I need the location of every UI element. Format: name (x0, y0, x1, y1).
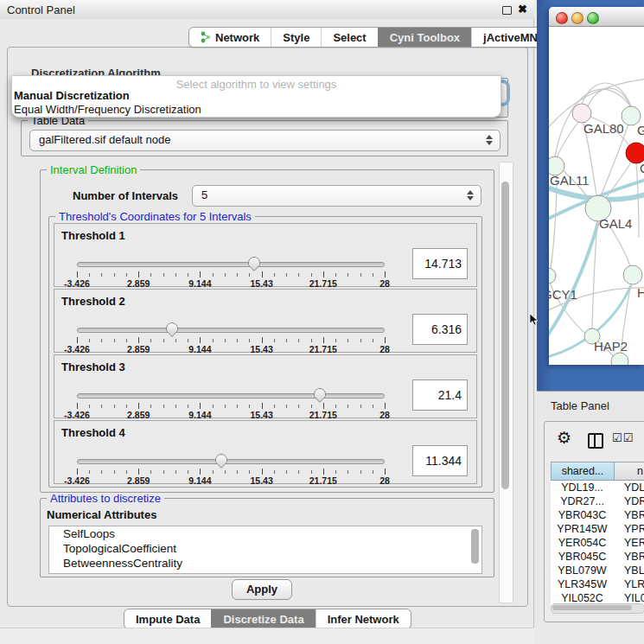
threshold-panel: Threshold 3 -3.4262.8599.14415.4321.7152… (54, 354, 477, 418)
cell-name[interactable]: YER0 (614, 536, 644, 550)
threshold-slider[interactable]: -3.4262.8599.14415.4321.71528 (77, 388, 385, 418)
number-of-intervals-value: 5 (201, 188, 207, 201)
threshold-value-field[interactable]: 6.316 (412, 314, 468, 345)
node-label-GAL4: GAL4 (599, 216, 632, 231)
network-node-green[interactable] (623, 265, 642, 284)
table-row[interactable]: YBL079WYBL0 (551, 564, 644, 577)
table-row[interactable]: YER054CYER0 (551, 536, 644, 550)
attribute-list-item[interactable]: BetweennessCentrality (49, 556, 481, 571)
network-node-green[interactable] (549, 268, 556, 284)
cell-shared-name[interactable]: YBR043C (551, 508, 614, 522)
interval-definition-group-title: Interval Definition (47, 164, 140, 175)
tab-network[interactable]: Network (189, 28, 271, 47)
slider-thumb[interactable] (247, 256, 261, 272)
tab-select[interactable]: Select (321, 28, 377, 47)
node-label-GAL11: GAL11 (550, 173, 590, 188)
column-header-shared-name[interactable]: shared... (552, 462, 615, 480)
threshold-slider[interactable]: -3.4262.8599.14415.4321.71528 (77, 322, 385, 352)
node-label-GCY1: GCY1 (549, 287, 577, 302)
cell-name[interactable]: YLR3 (614, 577, 644, 591)
tab-style[interactable]: Style (271, 28, 321, 47)
float-window-icon[interactable] (502, 6, 512, 15)
algorithm-dropdown-popup: Select algorithm to view settings Manual… (11, 75, 501, 118)
apply-button[interactable]: Apply (232, 579, 292, 600)
slider-track[interactable] (77, 328, 385, 333)
zoom-traffic-light-icon[interactable] (587, 12, 599, 24)
attributes-scrollbar-thumb[interactable] (471, 529, 479, 564)
table-row[interactable]: YBR043CYBR0 (551, 508, 644, 522)
cell-shared-name[interactable]: YLR345W (551, 577, 614, 591)
table-row[interactable]: YDL19...YDL1 (551, 481, 644, 494)
threshold-panel: Threshold 4 -3.4262.8599.14415.4321.7152… (54, 420, 477, 484)
slider-tick-labels: -3.4262.8599.14415.4321.71528 (77, 278, 385, 287)
settings-scrollbar[interactable] (499, 162, 513, 603)
dropdown-item-manual-discretization[interactable]: Manual Discretization (14, 89, 130, 102)
table-data-combobox[interactable]: galFiltered.sif default node (29, 130, 501, 151)
network-node-pink[interactable] (572, 104, 591, 123)
network-window-titlebar[interactable] (549, 7, 644, 27)
table-row[interactable]: YPR145WYPR1 (551, 522, 644, 536)
network-edge (604, 163, 631, 200)
table-horizontal-scrollbar[interactable] (551, 603, 644, 614)
attribute-list-item[interactable]: SelfLoops (49, 526, 481, 541)
cell-shared-name[interactable]: YER054C (551, 536, 614, 550)
cell-shared-name[interactable]: YBL079W (551, 564, 614, 577)
attribute-list-item[interactable]: TopologicalCoefficient (49, 541, 481, 556)
threshold-label: Threshold 1 (61, 229, 125, 242)
network-canvas[interactable]: GAL80G.CGAL11GAL4GCY1HHAP2 (549, 27, 644, 365)
slider-thumb[interactable] (313, 387, 327, 404)
threshold-value-field[interactable]: 11.344 (412, 445, 468, 476)
threshold-slider[interactable]: -3.4262.8599.14415.4321.71528 (77, 454, 385, 483)
table-row[interactable]: YLR345WYLR3 (551, 577, 644, 591)
table-row[interactable]: YBR045CYBR0 (551, 550, 644, 564)
cell-name[interactable]: YBL0 (614, 564, 644, 577)
network-edge (636, 163, 639, 238)
table-hscroll-thumb[interactable] (552, 605, 632, 610)
number-of-intervals-combobox[interactable]: 5 (192, 185, 481, 207)
minimize-traffic-light-icon[interactable] (571, 12, 583, 24)
split-columns-icon[interactable] (588, 433, 603, 449)
table-row[interactable]: YDR27...YDR2 (551, 494, 644, 508)
cell-name[interactable]: YDL1 (614, 481, 644, 494)
cell-shared-name[interactable]: YPR145W (551, 522, 614, 536)
slider-track[interactable] (77, 393, 385, 399)
table-data-combo-value: galFiltered.sif default node (39, 133, 170, 146)
cell-shared-name[interactable]: YDR27... (551, 494, 614, 508)
cell-shared-name[interactable]: YBR045C (551, 550, 614, 564)
slider-tick-labels: -3.4262.8599.14415.4321.71528 (77, 344, 385, 353)
screenshot-root: Control Panel ✖ NetworkStyleSelectCyni T… (0, 0, 644, 644)
slider-track[interactable] (77, 459, 385, 464)
threshold-panel: Threshold 2 -3.4262.8599.14415.4321.7152… (54, 289, 477, 353)
threshold-value-field[interactable]: 14.713 (412, 248, 468, 279)
cell-name[interactable]: YDR2 (614, 494, 644, 508)
table-panel-titlebar: Table Panel (537, 391, 644, 420)
tab-cyni-toolbox[interactable]: Cyni Toolbox (378, 28, 471, 47)
close-traffic-light-icon[interactable] (556, 12, 568, 24)
gear-icon[interactable]: ⚙ (557, 430, 571, 447)
network-node-green[interactable] (611, 353, 628, 365)
node-label-HAP2: HAP2 (594, 339, 628, 354)
tab-discretize-data[interactable]: Discretize Data (211, 609, 315, 628)
tab-impute-data[interactable]: Impute Data (124, 609, 211, 628)
network-view-window: GAL80G.CGAL11GAL4GCY1HHAP2 (549, 7, 644, 365)
threshold-slider[interactable]: -3.4262.8599.14415.4321.71528 (77, 257, 385, 286)
cell-shared-name[interactable]: YDL19... (551, 481, 614, 494)
cell-name[interactable]: YBR0 (614, 508, 644, 522)
threshold-label: Threshold 4 (61, 426, 125, 439)
column-checkbox-icons[interactable]: ☑☑ (612, 431, 634, 444)
dropdown-item-equal-width-frequency[interactable]: Equal Width/Frequency Discretization (14, 103, 201, 116)
cell-name[interactable]: YBR0 (614, 550, 644, 564)
threshold-value-field[interactable]: 21.4 (412, 379, 468, 411)
numerical-attributes-list[interactable]: SelfLoopsTopologicalCoefficientBetweenne… (48, 526, 482, 574)
slider-track[interactable] (77, 262, 385, 267)
number-of-intervals-label: Number of Intervals (73, 189, 178, 202)
slider-thumb[interactable] (214, 453, 228, 469)
slider-tick-labels: -3.4262.8599.14415.4321.71528 (77, 475, 385, 484)
numerical-attributes-label: Numerical Attributes (47, 508, 156, 521)
tab-infer-network[interactable]: Infer Network (316, 609, 411, 628)
cell-name[interactable]: YPR1 (614, 522, 644, 536)
settings-scrollbar-thumb[interactable] (501, 182, 509, 489)
close-icon[interactable]: ✖ (518, 3, 527, 16)
slider-thumb[interactable] (165, 322, 179, 338)
column-header-name[interactable]: n (615, 462, 644, 480)
